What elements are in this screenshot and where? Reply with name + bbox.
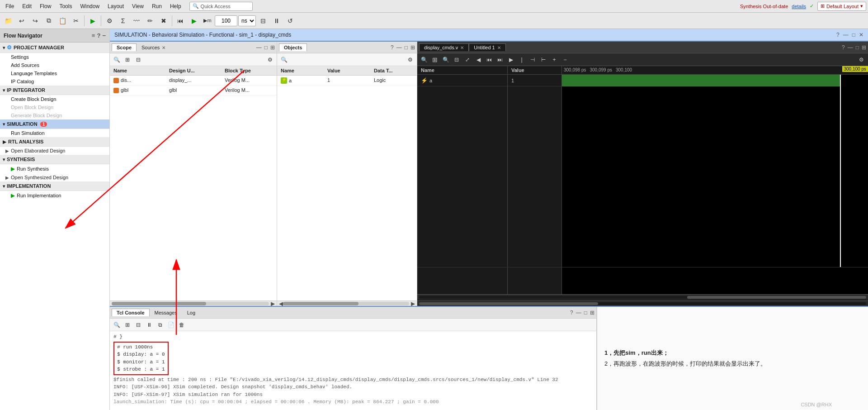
tcl-copy2-btn[interactable]: 📄: [166, 320, 176, 330]
scope-scroll-right[interactable]: ▶: [271, 300, 275, 306]
menu-window[interactable]: Window: [76, 2, 103, 10]
paste-btn[interactable]: 📋: [56, 14, 69, 27]
objects-scroll-right[interactable]: ▶: [411, 300, 415, 306]
wave-untitled-tab-close[interactable]: ✕: [497, 45, 501, 50]
run-all-btn[interactable]: ▶m: [201, 14, 214, 27]
menu-run[interactable]: Run: [148, 2, 165, 10]
fn-open-elaborated-expand[interactable]: ▶ Open Elaborated Design: [0, 147, 109, 155]
wave-zoom-out-btn[interactable]: 🔍: [441, 55, 451, 65]
fn-icon1[interactable]: ≡: [92, 32, 95, 39]
objects-tab[interactable]: Objects: [279, 43, 307, 51]
scope-collapse-btn[interactable]: ⊟: [133, 55, 143, 65]
wave-search-btn[interactable]: 🔍: [419, 55, 429, 65]
wave-del-marker-btn[interactable]: −: [560, 55, 570, 65]
wave-next-btn[interactable]: ⏭: [495, 55, 505, 65]
tcl-console-body[interactable]: # } # run 1000ns $ display: a = 0 $ moni…: [110, 331, 596, 410]
fn-run-synthesis[interactable]: ▶ Run Synthesis: [0, 164, 109, 173]
messages-tab[interactable]: Messages: [150, 309, 182, 316]
tcl-copy-btn[interactable]: ⧉: [155, 320, 165, 330]
fn-language-templates[interactable]: Language Templates: [0, 69, 109, 77]
wave-file-tab-close[interactable]: ✕: [460, 45, 464, 50]
time-input[interactable]: [215, 15, 237, 26]
wave-file-tab[interactable]: display_cmds.v ✕: [419, 43, 469, 51]
wave-fit-btn[interactable]: ⤢: [462, 55, 472, 65]
sim-wave-btn[interactable]: 〰: [130, 14, 143, 27]
tcl-float[interactable]: □: [584, 310, 587, 316]
obj-row-0[interactable]: ⚡ a 1 Logic: [277, 76, 417, 86]
objects-minimize[interactable]: —: [396, 44, 402, 51]
fn-open-elaborated[interactable]: Open Elaborated Design: [11, 148, 65, 153]
wave-signal-display[interactable]: [562, 75, 868, 267]
fn-create-block-design[interactable]: Create Block Design: [0, 95, 109, 103]
wave-add-marker-btn[interactable]: +: [549, 55, 559, 65]
scope-expand-btn[interactable]: ⊞: [123, 55, 132, 65]
menu-layout[interactable]: Layout: [104, 2, 127, 10]
tcl-console-tab[interactable]: Tcl Console: [112, 309, 150, 316]
log-tab[interactable]: Log: [182, 309, 200, 316]
sim-settings-btn[interactable]: ⚙: [103, 14, 116, 27]
wave-marker-btn[interactable]: ⊢: [538, 55, 548, 65]
fn-add-sources[interactable]: Add Sources: [0, 61, 109, 69]
sim-maximize-icon[interactable]: □: [852, 32, 855, 38]
menu-tools[interactable]: Tools: [56, 2, 75, 10]
section-rtl-analysis[interactable]: ▶ RTL ANALYSIS: [0, 137, 109, 147]
wave-cursor2-btn[interactable]: ⊣: [528, 55, 538, 65]
scope-settings-btn[interactable]: ⚙: [265, 55, 275, 65]
wave-float[interactable]: □: [856, 44, 859, 51]
objects-search-btn[interactable]: 🔍: [279, 55, 289, 65]
objects-scroll-track[interactable]: [283, 302, 409, 305]
sim-close-icon[interactable]: ✕: [859, 32, 863, 38]
wave-cursor-btn[interactable]: |: [517, 55, 527, 65]
pause-btn[interactable]: ⏸: [270, 14, 283, 27]
time-unit-select[interactable]: ns ps us: [238, 15, 256, 26]
menu-edit[interactable]: Edit: [19, 2, 35, 10]
fn-ip-catalog[interactable]: IP Catalog: [0, 77, 109, 86]
wave-pan-left-btn[interactable]: ◀: [473, 55, 483, 65]
open-project-btn[interactable]: 📁: [2, 14, 14, 27]
wave-hscrollbar[interactable]: [417, 294, 868, 300]
scope-search-btn[interactable]: 🔍: [112, 55, 122, 65]
section-synthesis[interactable]: ▾ SYNTHESIS: [0, 155, 109, 164]
rewind-btn[interactable]: ⏮: [174, 14, 187, 27]
sim-edit-btn[interactable]: ✏: [144, 14, 156, 27]
sim-x-btn[interactable]: ✖: [157, 14, 170, 27]
tcl-maximize[interactable]: ⊞: [590, 310, 594, 316]
fn-icon3[interactable]: −: [102, 32, 106, 39]
tcl-minimize[interactable]: —: [576, 310, 581, 316]
wave-pan-right-btn[interactable]: ▶: [506, 55, 516, 65]
scope-tab[interactable]: Scope: [112, 43, 137, 51]
objects-scrollbar[interactable]: ◀ ▶: [277, 300, 417, 306]
fn-settings[interactable]: Settings: [0, 53, 109, 61]
scope-scroll-track[interactable]: [112, 302, 269, 305]
tcl-expand-btn[interactable]: ⊞: [123, 320, 132, 330]
objects-float[interactable]: □: [405, 44, 408, 51]
wave-help[interactable]: ?: [842, 44, 845, 51]
tcl-pause-btn[interactable]: ⏸: [144, 320, 154, 330]
wave-hscroll-track[interactable]: [419, 296, 866, 299]
objects-maximize[interactable]: ⊞: [410, 44, 415, 51]
scope-row-0[interactable]: dis... display_... Verilog M...: [110, 76, 277, 86]
wave-settings-btn[interactable]: ⚙: [856, 55, 866, 65]
cut-btn[interactable]: ✂: [70, 14, 82, 27]
wave-maximize[interactable]: ⊞: [862, 44, 866, 51]
scope-panel-maximize[interactable]: ⊞: [270, 44, 275, 51]
scope-row-1[interactable]: glbl glbl Verilog M...: [110, 86, 277, 95]
fn-open-synthesized[interactable]: Open Synthesized Design: [11, 175, 68, 180]
fn-icon2[interactable]: ?: [97, 32, 100, 39]
copy-btn[interactable]: ⧉: [42, 14, 55, 27]
menu-flow[interactable]: Flow: [36, 2, 55, 10]
menu-view[interactable]: View: [128, 2, 147, 10]
objects-settings-btn[interactable]: ⚙: [405, 55, 415, 65]
fit-btn[interactable]: ⊟: [257, 14, 269, 27]
sim-help-icon[interactable]: ?: [836, 32, 840, 38]
sim-minimize-icon[interactable]: —: [843, 32, 849, 38]
menu-file[interactable]: File: [2, 2, 18, 10]
scope-panel-float[interactable]: □: [264, 44, 268, 51]
quick-access-bar[interactable]: 🔍 Quick Access: [189, 2, 253, 11]
tcl-search-btn[interactable]: 🔍: [112, 320, 122, 330]
section-simulation[interactable]: ▾ SIMULATION 1: [0, 119, 109, 129]
fn-run-simulation[interactable]: Run Simulation: [0, 129, 109, 137]
wave-zoom-minus-btn[interactable]: ⊟: [452, 55, 462, 65]
menu-help[interactable]: Help: [166, 2, 185, 10]
objects-help[interactable]: ?: [391, 44, 394, 51]
